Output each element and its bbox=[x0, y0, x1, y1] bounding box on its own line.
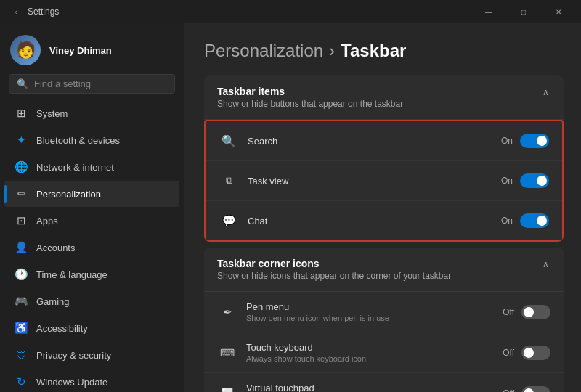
close-button[interactable]: ✕ bbox=[542, 0, 575, 23]
pen-menu-setting-text: Pen menu Show pen menu icon when pen is … bbox=[246, 301, 503, 322]
section-subtitle: Show or hide buttons that appear on the … bbox=[217, 99, 403, 109]
section-subtitle: Show or hide icons that appear on the co… bbox=[217, 271, 451, 281]
sidebar-item-personalization[interactable]: ✏ Personalization bbox=[4, 181, 179, 207]
touch-keyboard-status: Off bbox=[503, 348, 514, 358]
sidebar-item-system[interactable]: ⊞ System bbox=[4, 100, 179, 126]
highlighted-taskbar-items: 🔍 Search On ⧉ Task view bbox=[204, 120, 564, 242]
touch-keyboard-setting-text: Touch keyboard Always show touch keyboar… bbox=[246, 342, 503, 363]
touch-keyboard-setting-desc: Always show touch keyboard icon bbox=[246, 354, 503, 363]
sidebar-item-network[interactable]: 🌐 Network & internet bbox=[4, 154, 179, 180]
task-view-status: On bbox=[501, 176, 513, 186]
touch-keyboard-icon: ⌨ bbox=[217, 343, 237, 363]
chat-setting-label: Chat bbox=[248, 216, 501, 226]
section-collapse-button[interactable]: ∧ bbox=[541, 86, 550, 99]
task-view-icon: ⧉ bbox=[219, 171, 239, 191]
sidebar-item-gaming[interactable]: 🎮 Gaming bbox=[4, 288, 179, 314]
section-title: Taskbar items bbox=[217, 86, 403, 97]
search-setting-label: Search bbox=[248, 136, 501, 147]
personalization-icon: ✏ bbox=[15, 187, 28, 200]
sidebar-nav: ⊞ System ✦ Bluetooth & devices 🌐 Network… bbox=[0, 99, 184, 392]
pen-menu-icon: ✒ bbox=[217, 302, 237, 322]
toggle-thumb bbox=[524, 307, 534, 317]
chat-setting-control: On bbox=[501, 213, 549, 228]
search-icon: 🔍 bbox=[17, 78, 28, 89]
pen-menu-setting-label: Pen menu bbox=[246, 301, 503, 312]
sidebar-item-accessibility[interactable]: ♿ Accessibility bbox=[4, 315, 179, 341]
toggle-thumb bbox=[537, 216, 547, 226]
pen-menu-setting-desc: Show pen menu icon when pen is in use bbox=[246, 314, 503, 322]
user-profile[interactable]: 🧑 Viney Dhiman bbox=[0, 23, 184, 74]
chat-setting-text: Chat bbox=[248, 216, 501, 226]
sidebar-item-windows-update[interactable]: ↻ Windows Update bbox=[4, 369, 179, 392]
sidebar-item-label: Accessibility bbox=[36, 323, 88, 334]
titlebar: ‹ Settings — □ ✕ bbox=[0, 0, 581, 23]
accessibility-icon: ♿ bbox=[15, 322, 28, 335]
pen-menu-status: Off bbox=[503, 307, 514, 317]
search-box[interactable]: 🔍 bbox=[9, 74, 175, 94]
virtual-touchpad-setting-label: Virtual touchpad bbox=[246, 383, 503, 392]
virtual-touchpad-status: Off bbox=[503, 388, 514, 393]
task-view-toggle[interactable] bbox=[520, 173, 549, 188]
sidebar-item-apps[interactable]: ⊡ Apps bbox=[4, 208, 179, 234]
section-header-corner-icons: Taskbar corner icons Show or hide icons … bbox=[204, 248, 564, 292]
back-button[interactable]: ‹ bbox=[10, 6, 22, 17]
search-toggle[interactable] bbox=[520, 134, 549, 148]
search-setting-icon: 🔍 bbox=[219, 131, 239, 151]
sidebar-item-label: Time & language bbox=[36, 269, 107, 280]
accounts-icon: 👤 bbox=[15, 241, 28, 254]
virtual-touchpad-icon: ⬜ bbox=[217, 383, 237, 393]
toggle-thumb bbox=[524, 348, 534, 358]
sidebar-item-label: Network & internet bbox=[36, 162, 114, 173]
titlebar-title: Settings bbox=[28, 7, 59, 17]
section-header-taskbar-items: Taskbar items Show or hide buttons that … bbox=[204, 75, 564, 120]
chat-setting-row: 💬 Chat On bbox=[206, 201, 562, 240]
task-view-setting-text: Task view bbox=[248, 176, 501, 187]
section-title: Taskbar corner icons bbox=[217, 258, 451, 269]
search-setting-text: Search bbox=[248, 136, 501, 147]
pen-menu-toggle[interactable] bbox=[521, 305, 550, 319]
touch-keyboard-setting-row: ⌨ Touch keyboard Always show touch keybo… bbox=[204, 332, 564, 373]
virtual-touchpad-setting-row: ⬜ Virtual touchpad Always show virtual t… bbox=[204, 373, 564, 392]
sidebar-item-label: Privacy & security bbox=[36, 350, 111, 361]
sidebar-item-privacy[interactable]: 🛡 Privacy & security bbox=[4, 342, 179, 368]
titlebar-left: ‹ Settings bbox=[10, 6, 59, 17]
virtual-touchpad-setting-text: Virtual touchpad Always show virtual tou… bbox=[246, 383, 503, 392]
titlebar-controls: — □ ✕ bbox=[472, 0, 575, 23]
section-header-text: Taskbar corner icons Show or hide icons … bbox=[217, 258, 451, 281]
sidebar-item-label: System bbox=[36, 108, 68, 119]
task-view-setting-row: ⧉ Task view On bbox=[206, 161, 562, 201]
toggle-thumb bbox=[537, 136, 547, 146]
main-content: Personalization › Taskbar Taskbar items … bbox=[184, 23, 581, 392]
search-setting-control: On bbox=[501, 134, 549, 148]
sidebar-item-bluetooth[interactable]: ✦ Bluetooth & devices bbox=[4, 127, 179, 153]
breadcrumb[interactable]: Personalization bbox=[204, 41, 323, 61]
breadcrumb-separator: › bbox=[329, 41, 335, 61]
sidebar-item-time[interactable]: 🕐 Time & language bbox=[4, 261, 179, 287]
search-status: On bbox=[501, 136, 513, 146]
app-layout: 🧑 Viney Dhiman 🔍 ⊞ System ✦ Bluetooth & … bbox=[0, 23, 581, 392]
touch-keyboard-setting-control: Off bbox=[503, 346, 550, 360]
minimize-button[interactable]: — bbox=[472, 0, 505, 23]
sidebar-item-accounts[interactable]: 👤 Accounts bbox=[4, 234, 179, 261]
pen-menu-setting-row: ✒ Pen menu Show pen menu icon when pen i… bbox=[204, 292, 564, 332]
time-icon: 🕐 bbox=[15, 268, 28, 281]
search-setting-row: 🔍 Search On bbox=[206, 121, 562, 161]
touch-keyboard-toggle[interactable] bbox=[521, 346, 550, 360]
privacy-icon: 🛡 bbox=[15, 348, 28, 362]
maximize-button[interactable]: □ bbox=[507, 0, 540, 23]
network-icon: 🌐 bbox=[15, 160, 28, 173]
toggle-thumb bbox=[537, 176, 547, 186]
taskbar-items-section: Taskbar items Show or hide buttons that … bbox=[204, 75, 564, 242]
sidebar-item-label: Apps bbox=[36, 216, 58, 226]
sidebar-item-label: Gaming bbox=[36, 296, 70, 307]
virtual-touchpad-setting-control: Off bbox=[503, 386, 550, 393]
section-collapse-button[interactable]: ∧ bbox=[541, 258, 550, 271]
search-input[interactable] bbox=[34, 78, 167, 89]
chat-icon: 💬 bbox=[219, 211, 239, 231]
pen-menu-setting-control: Off bbox=[503, 305, 550, 319]
taskbar-corner-icons-section: Taskbar corner icons Show or hide icons … bbox=[204, 248, 564, 392]
avatar: 🧑 bbox=[10, 35, 41, 65]
virtual-touchpad-toggle[interactable] bbox=[521, 386, 550, 393]
chat-toggle[interactable] bbox=[520, 213, 549, 228]
bluetooth-icon: ✦ bbox=[15, 134, 28, 147]
